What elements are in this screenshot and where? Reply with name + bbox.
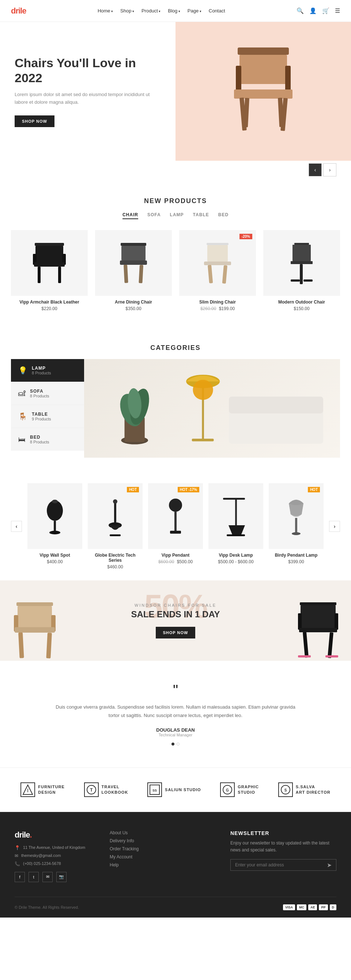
tab-lamp[interactable]: LAMP — [170, 212, 184, 219]
svg-rect-52 — [174, 512, 177, 532]
mastercard-icon: MC — [297, 904, 306, 910]
svg-rect-17 — [121, 246, 145, 261]
tab-bed[interactable]: BED — [218, 212, 228, 219]
lamp-product-card[interactable]: HOT Birdy Pendant Lamp $399.00 — [269, 483, 324, 570]
svg-rect-47 — [114, 501, 116, 523]
dot-inactive[interactable] — [177, 743, 180, 746]
slider-prev-button[interactable]: ‹ — [11, 521, 22, 532]
lamp-product-card[interactable]: HOT -17% Vipp Pendant $600.00 $500.00 — [148, 483, 203, 570]
search-icon[interactable]: 🔍 — [297, 7, 304, 14]
svg-text:T: T — [90, 788, 93, 792]
travel-logo-icon: T — [86, 784, 97, 795]
lamp-svg-1 — [42, 494, 68, 538]
tab-sofa[interactable]: SOFA — [147, 212, 161, 219]
product-old-price: $260.00 — [200, 306, 216, 311]
svg-rect-27 — [292, 245, 311, 261]
lamp-product-card[interactable]: HOT Globe Electric Tech Series $460.00 — [88, 483, 143, 570]
svg-rect-24 — [208, 265, 213, 283]
svg-rect-59 — [16, 602, 53, 606]
footer-link-about[interactable]: About Us — [110, 830, 216, 835]
svg-rect-16 — [121, 243, 146, 246]
nav-blog[interactable]: Blog — [168, 8, 180, 14]
svg-rect-20 — [139, 265, 143, 283]
svg-point-49 — [113, 499, 117, 504]
sale-cta-button[interactable]: SHOP NOW — [156, 627, 196, 638]
facebook-icon[interactable]: f — [14, 872, 25, 882]
site-logo[interactable]: drile — [11, 6, 26, 16]
lamp-icon: 💡 — [18, 366, 27, 375]
instagram-icon[interactable]: 📷 — [56, 872, 67, 882]
account-icon[interactable]: 👤 — [310, 7, 317, 14]
email-social-icon[interactable]: ✉ — [42, 872, 53, 882]
dot-active[interactable] — [171, 743, 174, 746]
product-card[interactable]: Arne Dining Chair $350.00 — [95, 230, 172, 311]
nav-shop[interactable]: Shop — [120, 8, 134, 14]
brand-logo — [21, 783, 35, 797]
category-table[interactable]: 🪑 TABLE 9 Products — [11, 405, 84, 428]
svg-rect-2 — [236, 66, 241, 91]
category-bed[interactable]: 🛏 BED 8 Products — [11, 428, 84, 451]
cat-count: 8 Products — [32, 371, 51, 375]
category-sofa[interactable]: 🛋 SOFA 8 Products — [11, 382, 84, 405]
hero-cta-button[interactable]: SHOP NOW — [14, 115, 54, 127]
lamp-product-card[interactable]: Vipp Wall Spot $400.00 — [27, 483, 82, 570]
slider-products-grid: Vipp Wall Spot $400.00 HOT Globe Electri… — [27, 483, 324, 570]
tab-table[interactable]: TABLE — [193, 212, 209, 219]
product-badge: -20% — [239, 234, 252, 239]
product-image: HOT — [88, 483, 143, 549]
product-card[interactable]: Vipp Armchair Black Leather $220.00 — [11, 230, 88, 311]
svg-rect-50 — [110, 535, 121, 536]
cart-icon[interactable]: 🛒 — [322, 7, 329, 14]
svg-rect-19 — [124, 264, 128, 283]
newsletter-email-input[interactable] — [231, 859, 322, 870]
footer-link-help[interactable]: Help — [110, 862, 216, 867]
svg-rect-54 — [223, 498, 245, 500]
cat-count: 9 Products — [32, 417, 51, 421]
product-card[interactable]: Modern Outdoor Chair $150.00 — [263, 230, 340, 311]
products-grid: Vipp Armchair Black Leather $220.00 Arne… — [11, 230, 340, 311]
categories-title: CATEGORIES — [11, 344, 340, 352]
footer: drile. 📍 11 The Avenue, United of Kingdo… — [0, 812, 351, 918]
svg-rect-10 — [35, 246, 63, 262]
nav-page[interactable]: Page — [188, 8, 201, 14]
svg-rect-25 — [222, 265, 227, 284]
lamp-svg-5 — [283, 494, 309, 538]
nav-product[interactable]: Product — [142, 8, 161, 14]
product-price: $350.00 — [95, 306, 172, 311]
testimonial-dots — [55, 743, 296, 746]
tab-chair[interactable]: CHAIR — [123, 212, 138, 219]
footer-social: f t ✉ 📷 — [14, 872, 95, 882]
hero-prev-button[interactable]: ‹ — [309, 163, 322, 177]
lamp-svg-4 — [221, 494, 250, 538]
footer-link-tracking[interactable]: Order Tracking — [110, 846, 216, 851]
salva-logo-icon: S — [280, 784, 291, 795]
svg-rect-72 — [328, 632, 333, 658]
slider-next-button[interactable]: › — [329, 521, 340, 532]
footer-link-account[interactable]: My Account — [110, 854, 216, 859]
svg-point-58 — [292, 532, 300, 535]
sofa-icon: 🛋 — [18, 389, 26, 398]
product-badge: HOT — [308, 487, 320, 492]
nav-contact[interactable]: Contact — [209, 8, 225, 14]
chair-image-3 — [201, 241, 234, 285]
product-name: Slim Dining Chair — [179, 299, 256, 305]
testimonial-role: Technical Manager — [55, 733, 296, 737]
hero-content: Chairs You'll Love in 2022 Lorem ipsum d… — [0, 22, 176, 161]
sale-chair-right-svg — [296, 595, 340, 661]
twitter-icon[interactable]: t — [29, 872, 39, 882]
product-card[interactable]: -20% Slim Dining Chair $260.00 $199.00 — [179, 230, 256, 311]
newsletter-send-button[interactable]: ➤ — [322, 859, 336, 870]
footer-bottom: © Drile Theme. All Rights Reserved. VISA… — [14, 897, 337, 910]
lamp-product-card[interactable]: Vipp Desk Lamp $500.00 - $600.00 — [208, 483, 263, 570]
footer-link-delivery[interactable]: Delivery Info — [110, 838, 216, 843]
testimonial-quote: Duis congue viverra gravida. Suspendisse… — [55, 703, 296, 720]
nav-home[interactable]: Home — [97, 8, 113, 14]
product-name: Birdy Pendant Lamp — [269, 553, 324, 558]
product-price: $260.00 $199.00 — [179, 306, 256, 311]
graphic-logo-icon: G — [222, 784, 233, 795]
svg-rect-21 — [207, 243, 228, 245]
hero-next-button[interactable]: › — [323, 163, 337, 177]
category-lamp[interactable]: 💡 LAMP 8 Products — [11, 359, 84, 382]
menu-icon[interactable]: ☰ — [335, 7, 340, 14]
svg-rect-74 — [325, 655, 338, 657]
